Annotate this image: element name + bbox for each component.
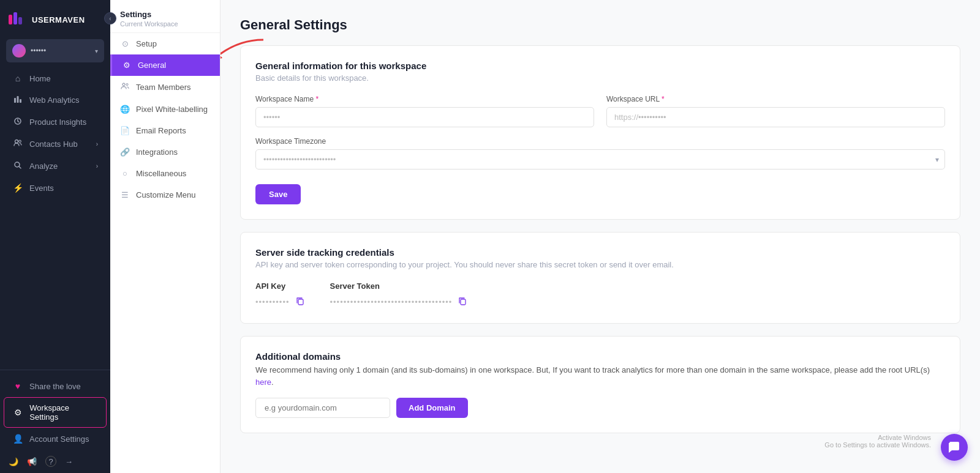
setup-icon: ⊙ bbox=[120, 39, 130, 48]
save-button[interactable]: Save bbox=[255, 184, 301, 204]
email-reports-label: Email Reports bbox=[136, 126, 186, 135]
secondary-nav-miscellaneous[interactable]: ○ Miscellaneous bbox=[110, 163, 220, 184]
secondary-nav-integrations[interactable]: 🔗 Integrations bbox=[110, 141, 220, 163]
workspace-url-required: * bbox=[662, 95, 665, 103]
secondary-sidebar-title: Settings bbox=[120, 10, 210, 19]
workspace-name-label: Workspace Name * bbox=[255, 95, 594, 103]
sidebar-item-contacts-hub[interactable]: Contacts Hub › bbox=[4, 133, 107, 155]
general-info-card: General information for this workspace B… bbox=[240, 45, 960, 220]
general-info-title: General information for this workspace bbox=[255, 61, 945, 71]
usermaven-logo-icon bbox=[7, 10, 27, 29]
page-title: General Settings bbox=[240, 17, 960, 33]
svg-point-8 bbox=[19, 140, 21, 143]
secondary-sidebar: Settings Current Workspace ⊙ Setup ⚙ Gen… bbox=[110, 0, 221, 473]
here-link[interactable]: here bbox=[255, 378, 271, 387]
logo-text: USERMAVEN bbox=[32, 15, 85, 24]
email-reports-icon: 📄 bbox=[120, 126, 130, 135]
workspace-url-group: Workspace URL * bbox=[606, 95, 945, 127]
integrations-label: Integrations bbox=[136, 147, 178, 157]
api-key-value-row: •••••••••• bbox=[255, 296, 306, 308]
svg-point-11 bbox=[126, 84, 128, 86]
analyze-icon bbox=[12, 161, 23, 171]
workspace-name-group: Workspace Name * bbox=[255, 95, 594, 127]
sidebar-item-home-label: Home bbox=[29, 74, 51, 83]
workspace-avatar bbox=[12, 44, 26, 58]
additional-domains-title: Additional domains bbox=[255, 351, 945, 362]
svg-rect-2 bbox=[18, 17, 22, 24]
workspace-settings-label: Workspace Settings bbox=[29, 403, 97, 422]
chat-bubble-button[interactable] bbox=[941, 434, 968, 461]
left-sidebar: USERMAVEN ‹ •••••• ▾ ⌂ Home Web Analytic… bbox=[0, 0, 110, 473]
secondary-nav-email-reports[interactable]: 📄 Email Reports bbox=[110, 120, 220, 141]
main-nav: ⌂ Home Web Analytics Product Insights Co… bbox=[0, 67, 110, 199]
help-icon[interactable]: ? bbox=[45, 456, 56, 467]
sidebar-item-events-label: Events bbox=[29, 184, 54, 193]
general-info-subtitle: Basic details for this workspace. bbox=[255, 73, 945, 83]
workspace-url-label: Workspace URL * bbox=[606, 95, 945, 103]
contacts-hub-icon bbox=[12, 139, 23, 149]
sidebar-item-home[interactable]: ⌂ Home bbox=[4, 68, 107, 89]
credentials-row: API Key •••••••••• Server Token ••••••••… bbox=[255, 281, 945, 308]
workspace-url-input[interactable] bbox=[606, 107, 945, 127]
general-label: General bbox=[138, 61, 166, 70]
timezone-select-wrapper: •••••••••••••••••••••••••• ▾ bbox=[255, 149, 945, 169]
main-content: General Settings General information for… bbox=[221, 0, 980, 473]
sidebar-item-web-analytics-label: Web Analytics bbox=[29, 95, 79, 105]
api-key-value: •••••••••• bbox=[255, 297, 290, 307]
web-analytics-icon bbox=[12, 95, 23, 105]
secondary-nav-customize-menu[interactable]: ☰ Customize Menu bbox=[110, 184, 220, 206]
workspace-name-input[interactable] bbox=[255, 107, 594, 127]
workspace-name-required: * bbox=[316, 95, 319, 103]
sidebar-tools: 🌙 📢 ? → bbox=[0, 450, 110, 473]
miscellaneous-icon: ○ bbox=[120, 169, 130, 178]
timezone-select[interactable]: •••••••••••••••••••••••••• bbox=[255, 149, 945, 169]
announcement-icon[interactable]: 📢 bbox=[27, 457, 37, 466]
logo-area[interactable]: USERMAVEN bbox=[0, 0, 110, 39]
workspace-settings-icon: ⚙ bbox=[13, 408, 23, 417]
add-domain-button[interactable]: Add Domain bbox=[396, 398, 468, 418]
api-key-copy-button[interactable] bbox=[295, 296, 306, 308]
server-token-group: Server Token •••••••••••••••••••••••••••… bbox=[330, 281, 469, 308]
svg-rect-13 bbox=[298, 299, 303, 305]
timezone-group: Workspace Timezone •••••••••••••••••••••… bbox=[255, 137, 945, 169]
signout-icon[interactable]: → bbox=[65, 457, 73, 466]
product-insights-icon bbox=[12, 117, 23, 127]
svg-rect-3 bbox=[14, 98, 16, 103]
server-token-copy-button[interactable] bbox=[457, 296, 468, 308]
workspace-name-url-row: Workspace Name * Workspace URL * bbox=[255, 95, 945, 127]
secondary-nav-setup[interactable]: ⊙ Setup bbox=[110, 33, 220, 54]
account-settings-icon: 👤 bbox=[12, 434, 23, 444]
sidebar-item-workspace-settings[interactable]: ⚙ Workspace Settings bbox=[4, 397, 107, 428]
customize-menu-icon: ☰ bbox=[120, 190, 130, 199]
secondary-nav-pixel-whitelabelling[interactable]: 🌐 Pixel White-labelling bbox=[110, 99, 220, 120]
account-settings-label: Account Settings bbox=[29, 434, 89, 444]
svg-rect-4 bbox=[17, 96, 19, 103]
secondary-nav-general[interactable]: ⚙ General bbox=[110, 54, 220, 76]
general-icon: ⚙ bbox=[122, 61, 132, 70]
server-token-value: •••••••••••••••••••••••••••••••••••• bbox=[330, 297, 453, 307]
workspace-selector[interactable]: •••••• ▾ bbox=[6, 39, 104, 62]
sidebar-item-analyze-label: Analyze bbox=[29, 162, 58, 171]
additional-domains-card: Additional domains We recommend having o… bbox=[240, 336, 960, 433]
additional-domains-description: We recommend having only 1 domain (and i… bbox=[255, 364, 945, 388]
integrations-icon: 🔗 bbox=[120, 147, 130, 157]
sidebar-item-analyze[interactable]: Analyze › bbox=[4, 155, 107, 177]
sidebar-item-product-insights[interactable]: Product Insights bbox=[4, 111, 107, 133]
team-members-label: Team Members bbox=[136, 83, 191, 92]
timezone-label: Workspace Timezone bbox=[255, 137, 945, 146]
team-members-icon bbox=[120, 82, 130, 92]
sidebar-collapse-button[interactable]: ‹ bbox=[104, 12, 116, 24]
domain-input[interactable] bbox=[255, 398, 390, 418]
sidebar-item-web-analytics[interactable]: Web Analytics bbox=[4, 89, 107, 111]
server-tracking-subtitle: API key and server token corresponding t… bbox=[255, 260, 945, 269]
events-icon: ⚡ bbox=[12, 183, 23, 193]
sidebar-item-account-settings[interactable]: 👤 Account Settings bbox=[4, 428, 107, 449]
api-key-group: API Key •••••••••• bbox=[255, 281, 306, 308]
sidebar-item-share-the-love[interactable]: ♥ Share the love bbox=[4, 376, 107, 397]
pixel-whitelabelling-label: Pixel White-labelling bbox=[136, 105, 208, 114]
workspace-name: •••••• bbox=[31, 47, 95, 55]
secondary-nav-team-members[interactable]: Team Members bbox=[110, 76, 220, 99]
workspace-chevron-icon: ▾ bbox=[95, 48, 98, 54]
sidebar-item-events[interactable]: ⚡ Events bbox=[4, 177, 107, 198]
moon-icon[interactable]: 🌙 bbox=[9, 457, 18, 466]
